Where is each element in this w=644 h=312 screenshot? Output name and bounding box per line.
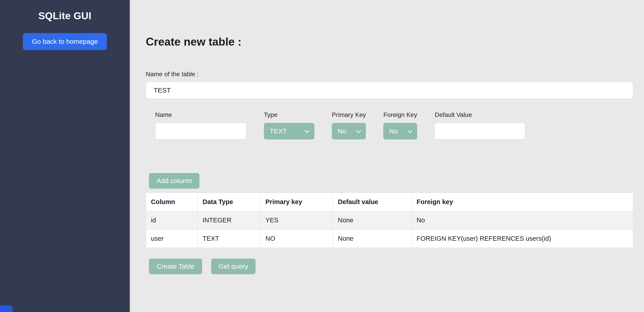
header-column: Column [146, 193, 198, 211]
foreign-key-value: No [389, 127, 406, 135]
sidebar: SQLite GUI Go back to homepage [0, 0, 130, 312]
get-query-button[interactable]: Get query [211, 259, 256, 274]
foreign-key-group: Foreign Key No [383, 111, 417, 139]
action-buttons: Create Table Get query [146, 259, 633, 274]
cell-column: user [146, 230, 198, 248]
table-name-label: Name of the table : [146, 71, 633, 78]
cell-primary-key: NO [260, 230, 333, 248]
columns-table: Column Data Type Primary key Default val… [146, 193, 633, 248]
header-default-value: Default value [333, 193, 412, 211]
cell-foreign-key: FOREIGN KEY(user) REFERENCES users(id) [412, 230, 633, 248]
primary-key-select[interactable]: No [332, 123, 366, 139]
table-row: id INTEGER YES None No [146, 211, 633, 230]
bottom-left-chip [0, 305, 12, 312]
foreign-key-select[interactable]: No [383, 123, 417, 139]
column-name-group: Name [155, 111, 246, 139]
cell-data-type: TEXT [198, 230, 260, 248]
chevron-down-icon [356, 128, 361, 133]
column-form: Name Type TEXT Primary Key No Foreign Ke… [146, 111, 633, 139]
cell-default-value: None [333, 211, 412, 230]
table-name-input[interactable] [146, 82, 633, 99]
cell-primary-key: YES [260, 211, 333, 230]
cell-foreign-key: No [412, 211, 633, 230]
default-value-group: Default Value [435, 111, 525, 139]
primary-key-value: No [338, 127, 354, 135]
foreign-key-label: Foreign Key [383, 111, 417, 118]
page-title: Create new table : [146, 35, 633, 48]
chevron-down-icon [304, 128, 310, 133]
default-value-input[interactable] [435, 123, 525, 139]
table-row: user TEXT NO None FOREIGN KEY(user) REFE… [146, 230, 633, 248]
header-foreign-key: Foreign key [412, 193, 633, 211]
create-table-button[interactable]: Create Table [149, 259, 202, 274]
add-column-button[interactable]: Add column [149, 173, 200, 189]
column-name-input[interactable] [155, 123, 246, 139]
primary-key-group: Primary Key No [332, 111, 366, 139]
default-value-label: Default Value [435, 111, 525, 118]
column-type-group: Type TEXT [264, 111, 314, 139]
cell-column: id [146, 211, 198, 230]
column-type-label: Type [264, 111, 314, 118]
column-type-value: TEXT [270, 127, 303, 135]
header-primary-key: Primary key [260, 193, 333, 211]
table-header-row: Column Data Type Primary key Default val… [146, 193, 633, 211]
chevron-down-icon [408, 128, 412, 133]
primary-key-label: Primary Key [332, 111, 366, 118]
column-type-select[interactable]: TEXT [264, 123, 314, 139]
header-data-type: Data Type [198, 193, 260, 211]
cell-default-value: None [333, 230, 412, 248]
app-title: SQLite GUI [0, 0, 130, 21]
go-home-button[interactable]: Go back to homepage [23, 33, 107, 50]
main-content: Create new table : Name of the table : N… [130, 0, 644, 312]
column-name-label: Name [155, 111, 246, 118]
cell-data-type: INTEGER [198, 211, 260, 230]
